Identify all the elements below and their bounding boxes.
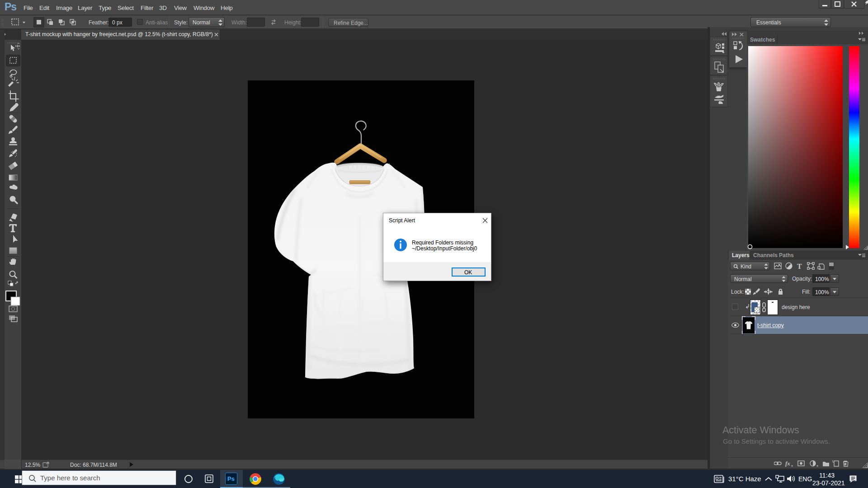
svg-text:fx: fx (785, 460, 790, 467)
svg-text:T: T (797, 263, 802, 270)
